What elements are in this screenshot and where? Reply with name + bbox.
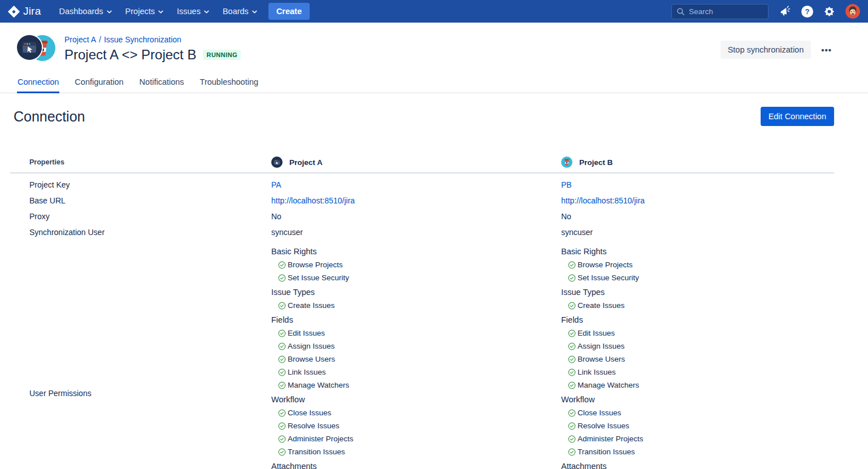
property-value-b: No <box>561 212 834 221</box>
check-circle-icon <box>568 422 576 430</box>
tabs-bar: ConnectionConfigurationNotificationsTrou… <box>0 74 868 93</box>
permission-item-label: Manage Watchers <box>578 381 639 389</box>
check-circle-icon <box>568 274 576 282</box>
permission-item: Browse Projects <box>271 258 561 271</box>
user-profile-button[interactable] <box>845 4 860 19</box>
permission-item-label: Close Issues <box>288 409 331 417</box>
permission-item-label: Create Issues <box>578 301 624 310</box>
page-title: Project A <> Project B <box>64 47 196 63</box>
permission-item-label: Link Issues <box>288 368 326 376</box>
permission-item: Administer Projects <box>271 432 561 445</box>
permission-item: Administer Projects <box>561 432 834 445</box>
table-row: Project KeyPAPB <box>10 177 834 193</box>
permissions-project-b: Basic RightsBrowse ProjectsSet Issue Sec… <box>561 240 834 469</box>
permissions-row: User Permissions Basic RightsBrowse Proj… <box>10 240 834 469</box>
browser-window-avatar-icon <box>271 157 283 168</box>
permission-item-label: Edit Issues <box>288 329 325 337</box>
permission-item-label: Create Issues <box>288 301 335 310</box>
jira-logo-icon <box>8 6 20 18</box>
property-value-a[interactable]: PA <box>271 180 561 189</box>
permission-item: Browse Users <box>271 353 561 366</box>
tab-connection[interactable]: Connection <box>17 74 59 93</box>
permission-item-label: Administer Projects <box>288 435 353 443</box>
check-circle-icon <box>568 355 576 363</box>
tabs: ConnectionConfigurationNotificationsTrou… <box>17 74 868 93</box>
permission-item: Resolve Issues <box>561 419 834 432</box>
more-actions-button[interactable]: ••• <box>819 41 834 59</box>
nav-item-label: Projects <box>125 7 155 16</box>
tab-notifications[interactable]: Notifications <box>139 74 185 93</box>
property-value-a[interactable]: http://localhost:8510/jira <box>271 196 561 205</box>
property-value-b: syncuser <box>561 228 834 237</box>
project-a-small-avatar <box>271 157 283 168</box>
chevron-down-icon <box>158 10 163 14</box>
connection-table: Properties Project A Project B Project K… <box>10 152 834 469</box>
check-circle-icon <box>278 448 286 456</box>
project-b-small-avatar <box>561 157 572 168</box>
settings-button[interactable] <box>823 6 835 18</box>
check-circle-icon <box>568 409 576 417</box>
permission-item: Link Issues <box>271 366 561 379</box>
search-input[interactable] <box>689 7 757 16</box>
chevron-down-icon <box>252 10 257 14</box>
table-row: ProxyNoNo <box>10 209 834 224</box>
permission-item: Edit Issues <box>561 327 834 340</box>
table-row: Synchronization Usersyncusersyncuser <box>10 224 834 240</box>
permission-item: Manage Watchers <box>561 379 834 392</box>
chevron-down-icon <box>107 10 112 14</box>
property-label: Base URL <box>10 196 271 205</box>
section-title: Connection <box>14 108 85 125</box>
check-circle-icon <box>278 422 286 430</box>
help-button[interactable]: ? <box>801 6 813 18</box>
nav-item-projects[interactable]: Projects <box>120 3 169 20</box>
project-a-avatar <box>16 34 43 61</box>
tab-configuration[interactable]: Configuration <box>74 74 124 93</box>
brand-name: Jira <box>23 5 41 18</box>
property-value-b[interactable]: http://localhost:8510/jira <box>561 196 834 205</box>
tab-troubleshooting[interactable]: Troubleshooting <box>199 74 259 93</box>
nav-item-label: Dashboards <box>59 7 103 16</box>
property-value-a: No <box>271 212 561 221</box>
stop-synchronization-button[interactable]: Stop synchronization <box>721 41 811 59</box>
breadcrumb: Project A/Issue Synchronization <box>64 35 241 44</box>
create-button[interactable]: Create <box>268 3 310 20</box>
permission-group-heading: Basic Rights <box>561 245 834 258</box>
permission-group-heading: Workflow <box>561 393 834 406</box>
permission-item-label: Close Issues <box>578 409 621 417</box>
property-label: Proxy <box>10 212 271 221</box>
check-circle-icon <box>568 329 576 337</box>
jira-logo[interactable]: Jira <box>8 5 41 18</box>
announcements-button[interactable] <box>779 5 791 18</box>
column-label: Project B <box>579 158 613 167</box>
user-permissions-label: User Permissions <box>10 240 271 398</box>
breadcrumb-link-sync[interactable]: Issue Synchronization <box>104 35 181 44</box>
nav-item-boards[interactable]: Boards <box>217 3 263 20</box>
permission-group-heading: Fields <box>561 314 834 327</box>
permission-item-label: Resolve Issues <box>578 422 630 430</box>
permission-item-label: Transition Issues <box>578 448 635 456</box>
permissions-project-a: Basic RightsBrowse ProjectsSet Issue Sec… <box>271 240 561 469</box>
table-row: Base URLhttp://localhost:8510/jirahttp:/… <box>10 193 834 209</box>
title-block: Project A/Issue Synchronization Project … <box>64 34 241 63</box>
permission-group-heading: Attachments <box>561 460 834 469</box>
nav-item-dashboards[interactable]: Dashboards <box>53 3 117 20</box>
check-circle-icon <box>278 435 286 443</box>
permission-item: Assign Issues <box>271 340 561 353</box>
table-rows: Project KeyPAPBBase URLhttp://localhost:… <box>10 173 834 240</box>
breadcrumb-link-project[interactable]: Project A <box>64 35 96 44</box>
check-circle-icon <box>568 381 576 389</box>
permission-item: Create Issues <box>561 299 834 312</box>
permission-item-label: Browse Projects <box>288 260 343 269</box>
search-box[interactable] <box>671 4 769 19</box>
edit-connection-button[interactable]: Edit Connection <box>761 107 834 126</box>
header-actions: Stop synchronization ••• <box>721 34 834 63</box>
nav-item-issues[interactable]: Issues <box>171 3 215 20</box>
check-circle-icon <box>278 302 286 310</box>
check-circle-icon <box>278 381 286 389</box>
permission-group-heading: Fields <box>271 314 561 327</box>
check-circle-icon <box>568 302 576 310</box>
breadcrumb-separator: / <box>99 35 101 44</box>
browser-window-avatar-icon <box>17 35 42 60</box>
property-value-b[interactable]: PB <box>561 180 834 189</box>
permission-item-label: Resolve Issues <box>288 422 340 430</box>
